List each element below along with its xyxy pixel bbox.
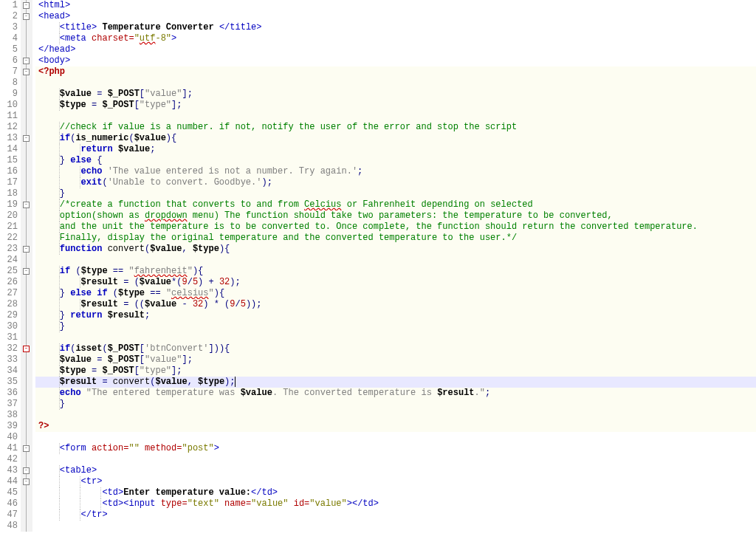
fold-toggle-icon[interactable]: - (23, 2, 30, 9)
code-line[interactable]: option(shown as dropdown menu) The funct… (35, 210, 756, 222)
line-number: 17 (0, 177, 18, 188)
code-line[interactable]: <html> (35, 0, 756, 11)
code-line[interactable]: </tr> (35, 510, 756, 521)
code-line[interactable]: } (35, 399, 756, 410)
line-number: 21 (0, 222, 18, 233)
fold-cell: - (21, 55, 32, 66)
line-number: 10 (0, 100, 18, 111)
fold-cell (21, 510, 32, 521)
code-line[interactable]: ?> (35, 421, 756, 432)
fold-toggle-icon[interactable]: - (23, 445, 30, 452)
code-line[interactable]: function convert($value, $type){ (35, 244, 756, 255)
code-line[interactable] (35, 521, 756, 532)
code-line[interactable]: and the unit the temperature is to be co… (35, 222, 756, 233)
code-line[interactable]: <td><input type="text" name="value" id="… (35, 498, 756, 510)
code-line[interactable]: echo 'The value entered is not a number.… (35, 166, 756, 177)
fold-cell (21, 22, 32, 33)
code-line[interactable]: Finally, display the original temperatur… (35, 233, 756, 244)
fold-toggle-icon[interactable]: - (23, 13, 30, 20)
code-line[interactable]: echo "The entered temperature was $value… (35, 388, 756, 399)
line-number: 9 (0, 89, 18, 100)
code-content: echo "The entered temperature was $value… (60, 388, 490, 398)
code-line[interactable]: <?php (35, 66, 756, 78)
code-content: and the unit the temperature is to be co… (60, 222, 698, 232)
code-line[interactable]: <title> Temperature Converter </title> (35, 22, 756, 33)
line-number: 24 (0, 255, 18, 266)
line-number: 40 (0, 432, 18, 443)
line-number: 32 (0, 343, 18, 354)
code-line[interactable] (35, 432, 756, 443)
code-line[interactable]: $result = convert($value, $type); (35, 377, 756, 388)
code-line[interactable]: //check if value is a number. if not, no… (35, 122, 756, 133)
fold-cell (21, 321, 32, 332)
fold-toggle-icon[interactable]: - (23, 268, 30, 275)
fold-toggle-icon[interactable]: - (23, 346, 30, 352)
line-number: 34 (0, 366, 18, 377)
fold-cell (21, 177, 32, 188)
code-line[interactable] (35, 410, 756, 421)
code-line[interactable]: </head> (35, 44, 756, 55)
code-content: <head> (38, 11, 70, 21)
code-line[interactable] (35, 78, 756, 89)
code-line[interactable] (35, 111, 756, 122)
code-content: <tr> (81, 476, 103, 487)
fold-cell (21, 377, 32, 388)
code-line[interactable]: /*create a function that converts to and… (35, 199, 756, 210)
code-line[interactable]: } return $result; (35, 310, 756, 321)
fold-toggle-icon[interactable]: - (23, 478, 30, 485)
code-line[interactable]: <meta charset="utf-8"> (35, 33, 756, 44)
code-line[interactable]: if ($type == "fahrenheit"){ (35, 266, 756, 277)
code-content: <td>Enter temperature value:</td> (102, 487, 278, 498)
code-line[interactable]: } (35, 188, 756, 199)
code-line[interactable]: } (35, 321, 756, 332)
fold-cell (21, 33, 32, 44)
code-line[interactable]: $result = ($value*(9/5) + 32); (35, 277, 756, 288)
code-line[interactable]: <td>Enter temperature value:</td> (35, 487, 756, 498)
fold-toggle-icon[interactable]: - (23, 135, 30, 142)
fold-toggle-icon[interactable]: - (23, 202, 30, 208)
fold-cell (21, 78, 32, 89)
code-content: $result = ($value*(9/5) + 32); (81, 277, 241, 287)
line-number: 41 (0, 443, 18, 454)
code-line[interactable]: if(is_numeric($value){ (35, 133, 756, 144)
code-line[interactable]: <head> (35, 11, 756, 22)
code-content: <?php (38, 66, 65, 77)
line-number: 5 (0, 44, 18, 55)
code-line[interactable] (35, 332, 756, 343)
fold-cell (21, 155, 32, 166)
code-line[interactable]: if(isset($_POST['btnConvert'])){ (35, 343, 756, 354)
code-line[interactable]: <form action="" method="post"> (35, 443, 756, 454)
fold-toggle-icon[interactable]: - (23, 69, 30, 75)
code-content: </tr> (81, 510, 108, 520)
code-content: $result = convert($value, $type); (60, 377, 236, 387)
fold-cell (21, 388, 32, 399)
code-line[interactable]: } else { (35, 155, 756, 166)
fold-cell: - (21, 66, 32, 78)
fold-cell (21, 354, 32, 366)
code-line[interactable]: $result = (($value - 32) * (9/5)); (35, 299, 756, 310)
code-line[interactable]: <table> (35, 465, 756, 476)
fold-cell (21, 521, 32, 532)
code-line[interactable]: $value = $_POST["value"]; (35, 354, 756, 366)
code-content: <body> (38, 55, 70, 66)
code-line[interactable] (35, 454, 756, 465)
line-number: 23 (0, 244, 18, 255)
code-line[interactable]: exit('Unable to convert. Goodbye.'); (35, 177, 756, 188)
code-line[interactable]: <body> (35, 55, 756, 66)
code-line[interactable]: $value = $_POST["value"]; (35, 89, 756, 100)
code-line[interactable]: $type = $_POST["type"]; (35, 100, 756, 111)
code-line[interactable]: <tr> (35, 476, 756, 487)
code-line[interactable]: return $value; (35, 144, 756, 155)
line-number: 48 (0, 521, 18, 532)
line-number: 30 (0, 321, 18, 332)
code-content: <form action="" method="post"> (60, 443, 219, 453)
fold-toggle-icon[interactable]: - (23, 467, 30, 474)
fold-toggle-icon[interactable]: - (23, 246, 30, 253)
code-line[interactable]: $type = $_POST["type"]; (35, 366, 756, 377)
code-content: } (60, 399, 65, 409)
code-area[interactable]: <html><head> <title> Temperature Convert… (32, 0, 756, 532)
code-line[interactable] (35, 255, 756, 266)
code-line[interactable]: } else if ($type == "celsius"){ (35, 288, 756, 299)
fold-toggle-icon[interactable]: - (23, 58, 30, 64)
fold-cell (21, 288, 32, 299)
